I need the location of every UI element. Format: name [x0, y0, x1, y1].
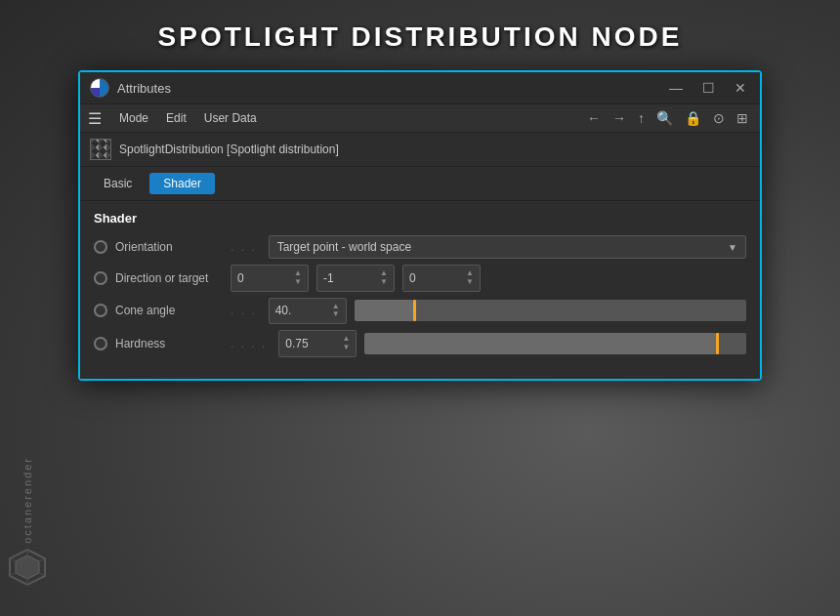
search-icon[interactable]: 🔍	[652, 108, 677, 128]
octane-logo-text: octanerender	[21, 457, 33, 544]
direction-y-arrows[interactable]: ▲ ▼	[380, 269, 388, 287]
spin-down-icon[interactable]: ▼	[342, 344, 350, 352]
dropdown-arrow-icon: ▼	[728, 242, 737, 253]
up-button[interactable]: ↑	[634, 108, 649, 128]
orientation-radio[interactable]	[94, 240, 107, 254]
object-icon	[90, 139, 111, 160]
hamburger-icon[interactable]: ☰	[88, 109, 102, 128]
page-title: SPOTLIGHT DISTRIBUTION NODE	[0, 0, 840, 70]
direction-radio[interactable]	[94, 271, 107, 285]
direction-y-spinbox[interactable]: -1 ▲ ▼	[316, 265, 395, 292]
menu-mode[interactable]: Mode	[111, 108, 156, 128]
direction-label: Direction or target	[115, 271, 223, 285]
attributes-window: Attributes — ☐ ✕ ☰ Mode Edit User Data ←…	[78, 70, 762, 381]
direction-x-arrows[interactable]: ▲ ▼	[294, 269, 302, 287]
hardness-radio[interactable]	[94, 337, 107, 350]
menu-user-data[interactable]: User Data	[196, 108, 265, 128]
tabs-bar: Basic Shader	[80, 167, 760, 201]
hardness-row: Hardness . . . . 0.75 ▲ ▼	[94, 330, 746, 357]
cone-angle-row: Cone angle . . . 40. ▲ ▼	[94, 298, 746, 325]
hardness-arrows[interactable]: ▲ ▼	[342, 335, 350, 352]
minimize-button[interactable]: —	[665, 79, 687, 97]
spin-down-icon[interactable]: ▼	[466, 278, 474, 287]
menu-edit[interactable]: Edit	[158, 108, 194, 128]
octane-logo-icon	[8, 548, 47, 587]
cone-angle-value: 40.	[275, 304, 292, 317]
cone-angle-label: Cone angle	[115, 304, 223, 317]
close-button[interactable]: ✕	[731, 79, 750, 97]
tab-basic[interactable]: Basic	[90, 173, 146, 194]
hardness-label: Hardness	[115, 337, 223, 350]
maximize-button[interactable]: ☐	[698, 79, 719, 97]
orientation-row: Orientation . . . Target point - world s…	[94, 235, 746, 259]
spin-down-icon[interactable]: ▼	[380, 278, 388, 287]
orientation-value: Target point - world space	[277, 240, 411, 254]
direction-z-value: 0	[409, 271, 416, 285]
object-title: SpotlightDistribution [Spotlight distrib…	[119, 143, 339, 156]
direction-z-arrows[interactable]: ▲ ▼	[466, 269, 474, 287]
direction-x-spinbox[interactable]: 0 ▲ ▼	[231, 265, 309, 292]
orientation-dots: . . .	[231, 240, 257, 254]
cone-angle-slider-marker	[413, 300, 416, 321]
menu-bar: ☰ Mode Edit User Data ← → ↑ 🔍 🔒 ⊙ ⊞	[80, 104, 760, 133]
shader-section-title: Shader	[94, 211, 746, 226]
cone-angle-slider-fill	[355, 300, 413, 321]
orientation-label: Orientation	[115, 240, 223, 254]
title-bar: Attributes — ☐ ✕	[80, 72, 760, 104]
hardness-slider-fill	[364, 333, 715, 354]
direction-x-value: 0	[237, 271, 244, 285]
forward-button[interactable]: →	[609, 108, 630, 128]
hardness-slider[interactable]	[364, 333, 746, 354]
window-title: Attributes	[117, 81, 657, 96]
cone-angle-spinbox[interactable]: 40. ▲ ▼	[269, 298, 347, 325]
tab-shader[interactable]: Shader	[149, 173, 215, 194]
hardness-value: 0.75	[285, 337, 308, 350]
record-icon[interactable]: ⊙	[709, 108, 729, 128]
content-area: Shader Orientation . . . Target point - …	[80, 201, 760, 379]
menu-actions: ← → ↑ 🔍 🔒 ⊙ ⊞	[583, 108, 752, 128]
back-button[interactable]: ←	[583, 108, 605, 128]
cone-angle-dots: . . .	[231, 304, 257, 317]
direction-z-spinbox[interactable]: 0 ▲ ▼	[402, 265, 481, 292]
spin-down-icon[interactable]: ▼	[332, 310, 340, 319]
direction-y-value: -1	[323, 271, 334, 285]
cone-angle-radio[interactable]	[94, 304, 107, 317]
cone-angle-arrows[interactable]: ▲ ▼	[332, 303, 340, 320]
app-icon	[90, 78, 109, 98]
orientation-dropdown[interactable]: Target point - world space ▼	[269, 235, 746, 259]
hardness-spinbox[interactable]: 0.75 ▲ ▼	[278, 330, 357, 357]
lock-icon[interactable]: 🔒	[681, 108, 705, 128]
direction-target-row: Direction or target 0 ▲ ▼ -1 ▲ ▼ 0 ▲	[94, 265, 746, 292]
hardness-dots: . . . .	[231, 337, 267, 350]
spin-down-icon[interactable]: ▼	[294, 278, 302, 287]
octane-logo: octanerender	[8, 457, 47, 587]
cone-angle-slider[interactable]	[355, 300, 746, 321]
object-bar: SpotlightDistribution [Spotlight distrib…	[80, 133, 760, 167]
hardness-slider-marker	[716, 333, 719, 354]
window-controls: — ☐ ✕	[665, 79, 750, 97]
add-icon[interactable]: ⊞	[733, 108, 752, 128]
